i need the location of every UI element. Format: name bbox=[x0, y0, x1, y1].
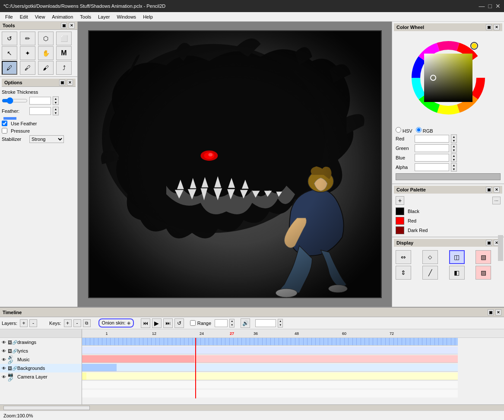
red-input[interactable]: 184 bbox=[415, 135, 449, 143]
add-color-btn[interactable]: + bbox=[396, 196, 404, 205]
hsv-radio[interactable] bbox=[396, 127, 401, 133]
menu-windows[interactable]: Windows bbox=[114, 13, 140, 20]
green-input[interactable]: 184 bbox=[415, 144, 449, 152]
green-down[interactable]: ▼ bbox=[451, 148, 456, 152]
display-color-layer[interactable]: ▨ bbox=[475, 266, 491, 280]
menu-help[interactable]: Help bbox=[139, 13, 156, 20]
stroke-down-btn[interactable]: ▼ bbox=[53, 101, 58, 105]
layer-eye-music[interactable]: 👁 bbox=[2, 357, 8, 362]
display-outline[interactable]: ◇ bbox=[422, 250, 438, 264]
hsv-radio-label[interactable]: HSV bbox=[396, 127, 412, 134]
range-checkbox[interactable] bbox=[190, 320, 196, 326]
layer-eye-backgrounds[interactable]: 👁 bbox=[2, 366, 8, 371]
volume-btn[interactable]: 🔊 bbox=[241, 318, 250, 328]
pressure-checkbox[interactable] bbox=[2, 128, 7, 134]
palette-color-black[interactable]: Black bbox=[394, 207, 502, 216]
tool-smudge[interactable]: M bbox=[56, 46, 72, 60]
blue-down[interactable]: ▼ bbox=[451, 158, 456, 162]
add-key-btn[interactable]: + bbox=[64, 319, 72, 327]
layer-row-lyrics[interactable]: 👁 🖼🔗 lyrics bbox=[0, 347, 82, 355]
menu-view[interactable]: View bbox=[32, 13, 49, 20]
tool-hand[interactable]: ✋ bbox=[38, 46, 54, 60]
display-prev-frame[interactable]: ◧ bbox=[449, 266, 465, 280]
canvas-container[interactable] bbox=[88, 30, 382, 298]
wheel-area[interactable] bbox=[409, 35, 487, 121]
layer-row-camera[interactable]: 👁 📷🔗 Camera Layer bbox=[0, 372, 82, 381]
use-feather-checkbox[interactable] bbox=[2, 121, 7, 126]
alpha-down[interactable]: ▼ bbox=[451, 167, 456, 171]
timeline-close-btn[interactable]: ✕ bbox=[495, 309, 501, 315]
layer-row-drawings[interactable]: 👁 🖼🔗 drawings bbox=[0, 338, 82, 347]
timeline-float-btn[interactable]: ▣ bbox=[488, 309, 494, 315]
tool-select[interactable]: ⬜ bbox=[56, 32, 72, 45]
remove-layer-btn[interactable]: - bbox=[29, 319, 37, 327]
add-layer-btn[interactable]: + bbox=[20, 319, 28, 327]
menu-file[interactable]: File bbox=[2, 13, 16, 20]
options-close-btn[interactable]: ✕ bbox=[67, 80, 73, 86]
range-down[interactable]: ▼ bbox=[230, 323, 234, 327]
blue-input[interactable]: 184 bbox=[415, 154, 449, 162]
color-wheel-float-btn[interactable]: ▣ bbox=[486, 24, 492, 30]
minimize-btn[interactable]: — bbox=[479, 3, 485, 10]
layer-eye-camera[interactable]: 👁 bbox=[2, 375, 8, 379]
tools-close-btn[interactable]: ✕ bbox=[69, 22, 75, 29]
palette-menu-btn[interactable]: ··· bbox=[492, 197, 501, 204]
layer-eye-lyrics[interactable]: 👁 bbox=[2, 349, 8, 353]
timeline-scroll-thumb[interactable] bbox=[3, 406, 90, 410]
menu-tools[interactable]: Tools bbox=[76, 13, 95, 20]
layer-row-music[interactable]: 👁 🔊🔗 Music bbox=[0, 355, 82, 364]
options-float-btn[interactable]: ▣ bbox=[59, 80, 65, 86]
display-tint[interactable]: ▧ bbox=[475, 250, 491, 264]
range-up[interactable]: ▲ bbox=[230, 319, 234, 323]
red-down[interactable]: ▼ bbox=[451, 139, 456, 143]
display-flip-v[interactable]: ⇕ bbox=[396, 266, 411, 280]
tool-clear[interactable]: ↺ bbox=[2, 32, 17, 45]
palette-color-red[interactable]: Red bbox=[394, 216, 502, 226]
red-up[interactable]: ▲ bbox=[451, 135, 456, 139]
next-frame-btn[interactable]: ⏭ bbox=[163, 318, 173, 328]
tool-eraser[interactable]: ⬡ bbox=[38, 32, 54, 45]
menu-layer[interactable]: Layer bbox=[95, 13, 114, 20]
prev-frame-btn[interactable]: ⏮ bbox=[141, 318, 150, 328]
fps-up[interactable]: ▲ bbox=[278, 319, 282, 323]
feather-down-btn[interactable]: ▼ bbox=[53, 111, 58, 115]
palette-color-darkred[interactable]: Dark Red bbox=[394, 226, 502, 235]
layer-row-backgrounds[interactable]: 👁 🖼🔗 Backgrounds bbox=[0, 364, 82, 372]
display-overlay[interactable]: ◫ bbox=[449, 250, 465, 264]
playhead[interactable] bbox=[195, 338, 196, 398]
loop-btn[interactable]: ↺ bbox=[174, 318, 184, 328]
tool-fill[interactable]: 🖌 bbox=[38, 61, 54, 75]
close-btn[interactable]: ✕ bbox=[495, 3, 501, 10]
menu-animation[interactable]: Animation bbox=[48, 13, 76, 20]
fps-input[interactable]: 12 fps bbox=[255, 319, 276, 327]
feather-up-btn[interactable]: ▲ bbox=[53, 107, 58, 111]
feather-input[interactable]: 2.00 bbox=[29, 107, 51, 115]
stabilizer-select[interactable]: None Weak Strong bbox=[29, 135, 64, 143]
tools-float-btn[interactable]: ▣ bbox=[61, 22, 67, 29]
fps-down[interactable]: ▼ bbox=[278, 323, 282, 327]
layer-eye-drawings[interactable]: 👁 bbox=[2, 340, 8, 345]
blue-up[interactable]: ▲ bbox=[451, 154, 456, 158]
color-palette-float-btn[interactable]: ▣ bbox=[486, 187, 492, 193]
play-btn[interactable]: ▶ bbox=[152, 318, 162, 328]
duplicate-key-btn[interactable]: ⧉ bbox=[83, 319, 91, 327]
stroke-thickness-input[interactable]: 5.27 bbox=[29, 97, 51, 105]
range-start-input[interactable]: 1 bbox=[215, 319, 228, 327]
rgb-radio[interactable] bbox=[416, 127, 422, 133]
stroke-thickness-slider[interactable] bbox=[2, 98, 28, 103]
tool-pencil[interactable]: ✏ bbox=[20, 32, 35, 45]
onion-skin-icon[interactable]: ◈ bbox=[127, 320, 130, 325]
display-float-btn[interactable]: ▣ bbox=[486, 240, 492, 246]
rgb-radio-label[interactable]: RGB bbox=[416, 127, 433, 134]
tool-eyedropper-small[interactable]: ✦ bbox=[20, 46, 35, 60]
tool-lasso[interactable]: ⤴ bbox=[56, 61, 72, 75]
color-wheel-close-btn[interactable]: ✕ bbox=[494, 24, 500, 30]
palette-scrollbar[interactable] bbox=[498, 235, 503, 261]
display-diagonal[interactable]: ╱ bbox=[422, 266, 438, 280]
color-palette-close-btn[interactable]: ✕ bbox=[494, 187, 500, 193]
timeline-scrollbar[interactable] bbox=[0, 404, 504, 410]
display-flip-h[interactable]: ⇔ bbox=[396, 250, 411, 264]
menu-edit[interactable]: Edit bbox=[16, 13, 32, 20]
remove-key-btn[interactable]: - bbox=[73, 319, 81, 327]
alpha-input[interactable]: 255 bbox=[415, 163, 449, 171]
